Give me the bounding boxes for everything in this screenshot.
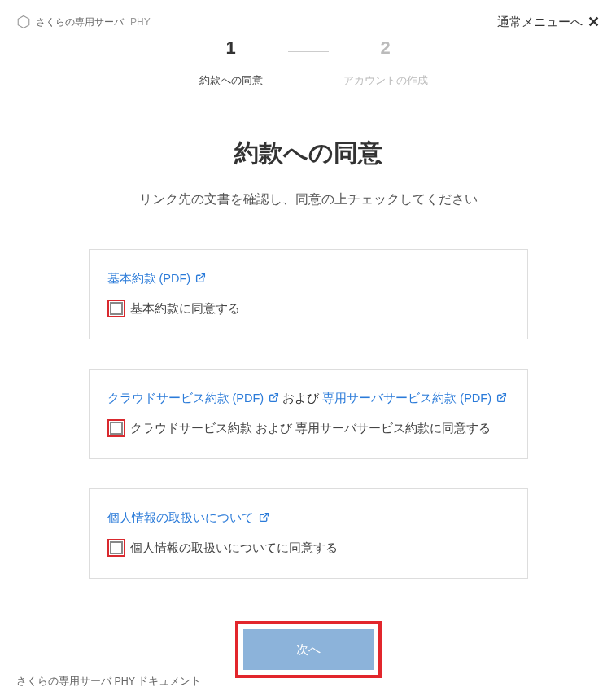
page-title: 約款への同意 [0,137,616,170]
privacy-check-label: 個人情報の取扱いについてに同意する [130,540,338,556]
step-2: 2 アカウントの作成 [329,37,443,88]
svg-line-3 [500,394,505,399]
cloud-terms-link[interactable]: クラウドサービス約款 (PDF) [107,392,283,405]
hexagon-icon [16,15,31,29]
external-link-icon [496,392,507,403]
brand-sub: PHY [130,16,151,28]
footer-doc-link[interactable]: さくらの専用サーバ PHY ドキュメント [16,676,201,687]
basic-terms-check-label: 基本約款に同意する [130,301,240,317]
privacy-link[interactable]: 個人情報の取扱いについて [107,511,269,524]
stepper: 1 約款への同意 2 アカウントの作成 [0,37,616,88]
step-1: 1 約款への同意 [174,37,288,88]
svg-line-4 [263,514,268,518]
step-1-number: 1 [225,37,235,59]
terms-card-privacy: 個人情報の取扱いについて 個人情報の取扱いについてに同意する [89,488,528,579]
cloud-terms-check-label: クラウドサービス約款 および 専用サーバサービス約款に同意する [130,421,491,436]
svg-marker-0 [18,16,29,28]
cloud-terms-checkbox-highlight [107,419,125,437]
step-divider [288,51,329,52]
svg-line-2 [273,394,278,399]
next-button-label: 次へ [296,642,321,658]
cloud-terms-link-text: クラウドサービス約款 (PDF) [107,392,264,405]
normal-menu-label: 通常メニューへ [497,15,583,30]
next-button-highlight: 次へ [235,621,382,678]
terms-card-basic: 基本約款 (PDF) 基本約款に同意する [89,249,528,339]
normal-menu-link[interactable]: 通常メニューへ ✕ [497,13,600,31]
privacy-link-text: 個人情報の取扱いについて [107,511,254,524]
basic-terms-link[interactable]: 基本約款 (PDF) [107,272,207,285]
external-link-icon [195,273,206,283]
close-icon: ✕ [588,13,600,31]
brand-logo[interactable]: さくらの専用サーバ PHY [16,15,151,29]
basic-terms-checkbox[interactable] [110,302,123,315]
step-2-number: 2 [380,37,390,59]
step-2-label: アカウントの作成 [343,73,428,88]
terms-card-cloud: クラウドサービス約款 (PDF) および 専用サーバサービス約款 (PDF) [89,369,528,459]
brand-name: さくらの専用サーバ [36,15,124,29]
cloud-terms-checkbox[interactable] [110,422,123,435]
external-link-icon [259,512,269,523]
next-button[interactable]: 次へ [243,629,374,670]
page-subtitle: リンク先の文書を確認し、同意の上チェックしてください [0,191,616,208]
external-link-icon [269,392,279,403]
privacy-checkbox[interactable] [110,541,123,554]
svg-line-1 [200,274,205,279]
joiner-text: および [282,392,322,405]
dedicated-terms-link-text: 専用サーバサービス約款 (PDF) [322,392,491,405]
basic-terms-link-text: 基本約款 (PDF) [107,272,191,285]
privacy-checkbox-highlight [107,539,125,557]
step-1-label: 約款への同意 [199,73,263,88]
basic-terms-checkbox-highlight [107,300,125,317]
footer-doc-text: さくらの専用サーバ PHY ドキュメント [16,676,201,687]
dedicated-terms-link[interactable]: 専用サーバサービス約款 (PDF) [322,392,507,405]
